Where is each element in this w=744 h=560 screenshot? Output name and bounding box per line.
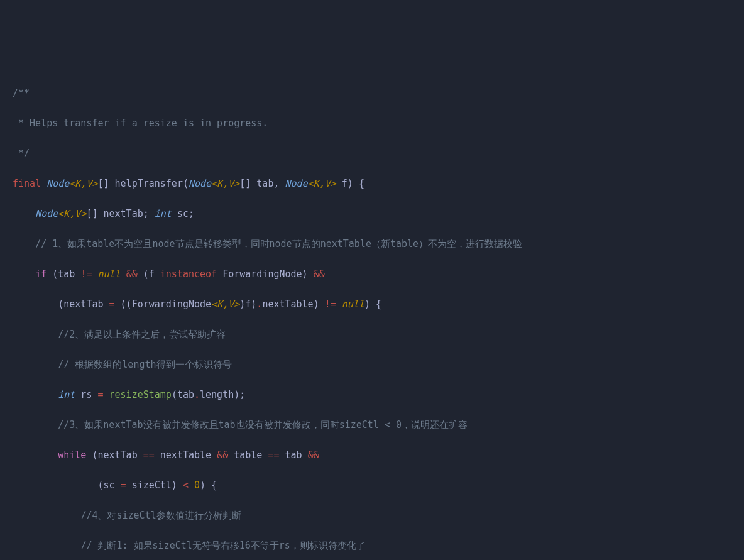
code-line: */ — [13, 146, 731, 161]
code-line: // 判断1: 如果sizeCtl无符号右移16不等于rs，则标识符变化了 — [13, 538, 731, 553]
comment: //3、如果nextTab没有被并发修改且tab也没有被并发修改，同时sizeC… — [58, 419, 468, 431]
code-line: final Node<K,V>[] helpTransfer(Node<K,V>… — [13, 176, 731, 191]
code-line: (sc = sizeCtl) < 0) { — [13, 478, 731, 493]
code-line: Node<K,V>[] nextTab; int sc; — [13, 206, 731, 221]
code-line: if (tab != null && (f instanceof Forward… — [13, 266, 731, 282]
comment: * Helps transfer if a resize is in progr… — [13, 118, 268, 129]
comment: */ — [13, 148, 30, 159]
code-line: (nextTab = ((ForwardingNode<K,V>)f).next… — [13, 297, 731, 312]
code-line: * Helps transfer if a resize is in progr… — [13, 116, 731, 131]
code-line: //2、满足以上条件之后，尝试帮助扩容 — [13, 327, 731, 342]
keyword-if: if — [35, 268, 46, 280]
comment: // 判断1: 如果sizeCtl无符号右移16不等于rs，则标识符变化了 — [80, 540, 366, 551]
code-block: /** * Helps transfer if a resize is in p… — [13, 70, 731, 560]
code-line: while (nextTab == nextTable && table == … — [13, 447, 731, 463]
type-node: Node — [46, 178, 69, 189]
code-line: // 1、如果table不为空且node节点是转移类型，同时node节点的nex… — [13, 236, 731, 251]
method-name: helpTransfer( — [109, 178, 189, 189]
comment: // 根据数组的length得到一个标识符号 — [58, 359, 231, 370]
code-line: // 根据数组的length得到一个标识符号 — [13, 357, 731, 372]
code-line: int rs = resizeStamp(tab.length); — [13, 387, 731, 402]
call-resizestamp: resizeStamp — [109, 389, 172, 400]
code-line: //4、对sizeCtl参数值进行分析判断 — [13, 508, 731, 523]
code-line: //3、如果nextTab没有被并发修改且tab也没有被并发修改，同时sizeC… — [13, 417, 731, 432]
comment: //2、满足以上条件之后，尝试帮助扩容 — [58, 329, 226, 340]
keyword-while: while — [58, 449, 86, 461]
keyword-final: final — [13, 178, 41, 189]
code-line: /** — [13, 85, 731, 101]
comment: /** — [13, 87, 30, 99]
comment: // 1、如果table不为空且node节点是转移类型，同时node节点的nex… — [35, 238, 522, 250]
comment: //4、对sizeCtl参数值进行分析判断 — [80, 510, 241, 521]
